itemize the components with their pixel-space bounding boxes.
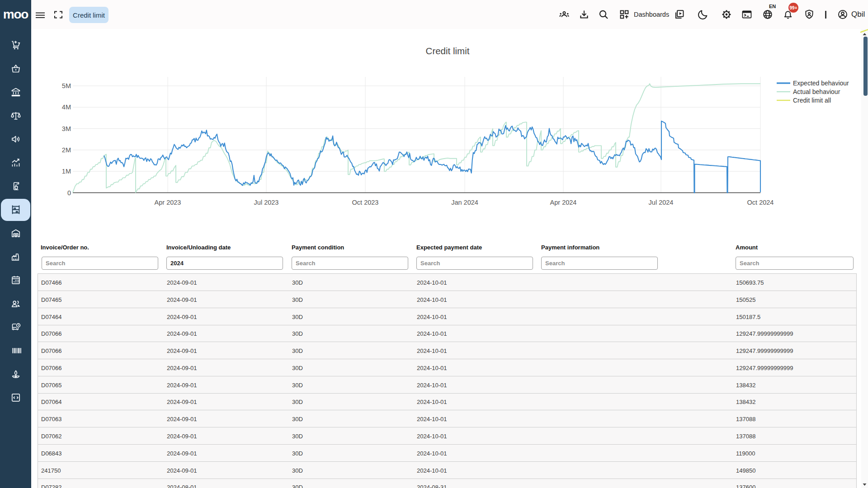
svg-text:Oct 2024: Oct 2024: [747, 199, 774, 206]
svg-text:Credit limit all: Credit limit all: [793, 97, 831, 104]
svg-text:Jul 2024: Jul 2024: [649, 199, 674, 206]
svg-text:5M: 5M: [62, 82, 71, 89]
svg-text:4M: 4M: [62, 103, 71, 111]
svg-text:Apr 2023: Apr 2023: [155, 199, 181, 206]
svg-text:3M: 3M: [62, 125, 71, 132]
svg-text:Expected behaviour: Expected behaviour: [793, 80, 849, 87]
svg-text:Apr 2024: Apr 2024: [550, 199, 577, 206]
svg-text:0: 0: [67, 189, 71, 197]
svg-text:2M: 2M: [62, 146, 71, 154]
svg-text:Oct 2023: Oct 2023: [352, 199, 379, 206]
svg-text:Jul 2023: Jul 2023: [254, 199, 279, 206]
svg-text:1M: 1M: [62, 168, 71, 175]
svg-text:Actual behaviour: Actual behaviour: [793, 88, 840, 95]
svg-text:Credit limit: Credit limit: [426, 46, 470, 56]
svg-text:Jan 2024: Jan 2024: [451, 199, 478, 206]
